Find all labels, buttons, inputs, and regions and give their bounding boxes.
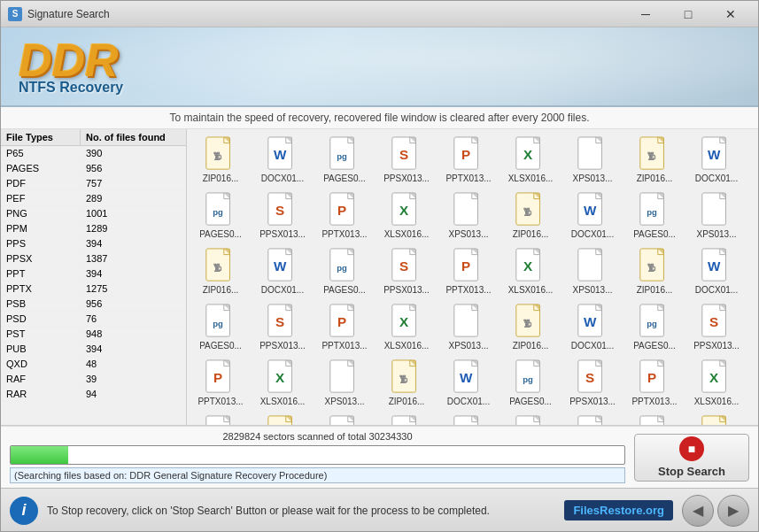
table-row[interactable]: P65390: [1, 146, 186, 161]
file-item[interactable]: S PPSX013...: [252, 189, 313, 243]
file-item[interactable]: X XLSX016...: [562, 412, 623, 425]
file-item[interactable]: pg PAGES0...: [314, 244, 375, 298]
file-label: DOCX01...: [439, 397, 498, 406]
file-icon-xps: [451, 192, 486, 227]
file-item[interactable]: W DOCX01...: [562, 300, 623, 354]
file-item[interactable]: W DOCX01...: [252, 133, 313, 187]
file-item[interactable]: pg PAGES0...: [376, 412, 437, 425]
table-row[interactable]: PPM1289: [1, 221, 186, 236]
file-item[interactable]: P PPTX013...: [190, 356, 251, 410]
file-item[interactable]: S PPSX013...: [562, 356, 623, 410]
table-row[interactable]: PPT394: [1, 266, 186, 281]
file-item[interactable]: P PPTX013...: [500, 412, 561, 425]
file-item[interactable]: P PPTX013...: [438, 133, 499, 187]
file-icon-zip: 🗜: [699, 415, 734, 425]
close-button[interactable]: ✕: [710, 1, 751, 27]
file-icon-docx: W: [699, 248, 734, 283]
file-item[interactable]: pg PAGES0...: [314, 133, 375, 187]
file-item[interactable]: P PPTX013...: [624, 356, 685, 410]
file-item[interactable]: S PPSX013...: [438, 412, 499, 425]
file-item[interactable]: pg PAGES0...: [500, 356, 561, 410]
file-item[interactable]: S PPSX013...: [686, 300, 747, 354]
file-icon-pptx: P: [327, 192, 362, 227]
file-type-label: PPT: [1, 266, 81, 281]
stop-search-button[interactable]: Stop Search: [634, 434, 749, 482]
table-row[interactable]: PEF289: [1, 191, 186, 206]
file-icon-pages: pg: [513, 359, 548, 395]
file-icon-xps: [699, 192, 734, 227]
file-item[interactable]: P PPTX013...: [438, 244, 499, 298]
table-row[interactable]: RAF39: [1, 372, 186, 387]
file-item[interactable]: X XLSX016...: [686, 356, 747, 410]
file-item[interactable]: XPS013...: [314, 356, 375, 410]
file-label: PPTX013...: [315, 341, 374, 351]
file-item[interactable]: W DOCX01...: [562, 189, 623, 243]
files-panel[interactable]: 🗜 ZIP016... W DOCX01... pg PAGES0...: [187, 129, 758, 425]
file-item[interactable]: S PPSX013...: [376, 244, 437, 298]
file-type-label: PST: [1, 327, 81, 341]
table-row[interactable]: PDF757: [1, 176, 186, 191]
next-button[interactable]: ▶: [717, 495, 749, 527]
file-item[interactable]: 🗜 ZIP016...: [500, 189, 561, 243]
file-item[interactable]: XPS013...: [624, 412, 685, 425]
file-item[interactable]: 🗜 ZIP016...: [686, 412, 747, 425]
file-item[interactable]: W DOCX01...: [686, 133, 747, 187]
table-row[interactable]: PAGES956: [1, 161, 186, 176]
file-item[interactable]: pg PAGES0...: [624, 300, 685, 354]
file-item[interactable]: pg PAGES0...: [190, 189, 251, 243]
file-item[interactable]: XPS013...: [190, 412, 251, 425]
file-item[interactable]: 🗜 ZIP016...: [252, 412, 313, 425]
svg-text:🗜: 🗜: [213, 263, 222, 273]
minimize-button[interactable]: ─: [625, 1, 666, 27]
file-item[interactable]: 🗜 ZIP016...: [624, 133, 685, 187]
table-row[interactable]: QXD48: [1, 357, 186, 372]
file-item[interactable]: W DOCX01...: [438, 356, 499, 410]
table-row[interactable]: PNG1001: [1, 206, 186, 221]
file-item[interactable]: pg PAGES0...: [190, 300, 251, 354]
file-item[interactable]: W DOCX01...: [314, 412, 375, 425]
table-row[interactable]: PST948: [1, 327, 186, 342]
file-types-list[interactable]: P65390PAGES956PDF757PEF289PNG1001PPM1289…: [1, 146, 186, 425]
file-item[interactable]: X XLSX016...: [500, 133, 561, 187]
file-label: PAGES0...: [625, 229, 684, 239]
file-item[interactable]: 🗜 ZIP016...: [190, 244, 251, 298]
file-item[interactable]: W DOCX01...: [252, 244, 313, 298]
file-item[interactable]: XPS013...: [562, 133, 623, 187]
file-item[interactable]: 🗜 ZIP016...: [376, 356, 437, 410]
file-label: PAGES0...: [501, 397, 560, 406]
table-row[interactable]: PUB394: [1, 342, 186, 357]
file-item[interactable]: 🗜 ZIP016...: [500, 300, 561, 354]
table-row[interactable]: PPS394: [1, 236, 186, 251]
table-row[interactable]: PPTX1275: [1, 281, 186, 297]
file-count-value: 289: [81, 191, 186, 205]
file-item[interactable]: S PPSX013...: [376, 133, 437, 187]
file-item[interactable]: X XLSX016...: [500, 244, 561, 298]
file-item[interactable]: W DOCX01...: [686, 244, 747, 298]
table-row[interactable]: PSD76: [1, 312, 186, 327]
file-item[interactable]: 🗜 ZIP016...: [190, 133, 251, 187]
file-item[interactable]: XPS013...: [438, 189, 499, 243]
file-item[interactable]: P PPTX013...: [314, 300, 375, 354]
svg-rect-151: [454, 305, 478, 336]
table-row[interactable]: RAR94: [1, 387, 186, 402]
file-label: ZIP016...: [625, 173, 684, 183]
file-item[interactable]: P PPTX013...: [314, 189, 375, 243]
file-type-label: PUB: [1, 342, 81, 356]
table-row[interactable]: PPSX1387: [1, 251, 186, 266]
progress-section: 2829824 sectors scanned of total 3023433…: [1, 426, 758, 488]
file-icon-xps: [575, 136, 610, 172]
file-item[interactable]: XPS013...: [686, 189, 747, 243]
maximize-button[interactable]: □: [668, 1, 709, 27]
file-item[interactable]: pg PAGES0...: [624, 189, 685, 243]
file-icon-docx: W: [265, 248, 300, 283]
file-item[interactable]: X XLSX016...: [376, 300, 437, 354]
file-label: DOCX01...: [687, 173, 746, 183]
back-button[interactable]: ◀: [682, 495, 714, 527]
file-item[interactable]: S PPSX013...: [252, 300, 313, 354]
file-item[interactable]: X XLSX016...: [252, 356, 313, 410]
file-item[interactable]: 🗜 ZIP016...: [624, 244, 685, 298]
file-item[interactable]: X XLSX016...: [376, 189, 437, 243]
file-item[interactable]: XPS013...: [562, 244, 623, 298]
table-row[interactable]: PSB956: [1, 297, 186, 312]
file-item[interactable]: XPS013...: [438, 300, 499, 354]
